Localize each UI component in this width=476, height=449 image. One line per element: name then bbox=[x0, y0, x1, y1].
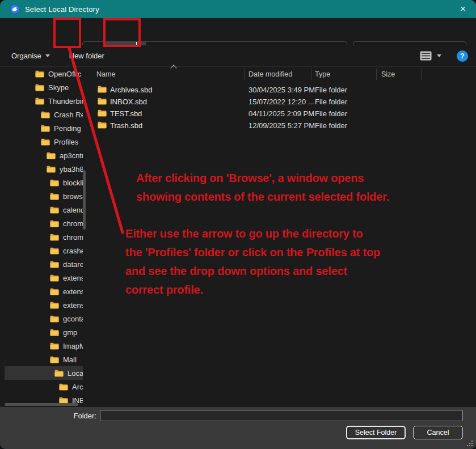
file-row-trash-sbd[interactable]: Trash.sbd12/09/2025 5:27 PMFile folder bbox=[91, 120, 476, 132]
tree-item-label: Arc bbox=[72, 383, 83, 391]
main-content: OpenOfficSkypeThunderbirCrash RepPending… bbox=[0, 67, 476, 407]
tree-item-label: Loca bbox=[68, 369, 83, 378]
tree-item-skype[interactable]: Skype bbox=[5, 81, 83, 94]
folder-icon bbox=[98, 98, 107, 107]
column-header-date-modified[interactable]: Date modified bbox=[248, 70, 292, 78]
resize-grip[interactable] bbox=[467, 440, 473, 446]
column-divider[interactable] bbox=[311, 69, 311, 80]
tree-item-datare[interactable]: datare bbox=[5, 257, 83, 271]
folder-icon bbox=[98, 86, 107, 95]
tree-item-label: chrom bbox=[63, 219, 83, 228]
column-divider[interactable] bbox=[421, 69, 422, 80]
tree-item-label: yba3h80 bbox=[60, 165, 83, 173]
folder-icon bbox=[35, 98, 44, 105]
organise-label: Organise bbox=[11, 52, 41, 60]
tree-item-ap3cntn[interactable]: ap3cntn bbox=[5, 149, 83, 162]
tree-item-extens[interactable]: extens bbox=[5, 285, 83, 298]
folder-icon bbox=[50, 329, 59, 336]
folder-icon bbox=[35, 84, 44, 91]
tree-item-label: ap3cntn bbox=[60, 151, 83, 160]
tree-item-label: browse bbox=[63, 192, 83, 201]
file-date-modified: 30/04/2025 3:49 PM bbox=[248, 86, 315, 94]
tree-item-label: extens bbox=[63, 274, 83, 282]
folder-tree: OpenOfficSkypeThunderbirCrash RepPending… bbox=[5, 67, 83, 404]
tree-item-label: chrom bbox=[63, 233, 83, 242]
folder-icon bbox=[50, 274, 59, 282]
tree-item-label: extens bbox=[63, 301, 83, 310]
tree-item-label: Skype bbox=[48, 83, 69, 92]
file-name: INBOX.sbd bbox=[110, 98, 147, 106]
tree-item-label: blockli bbox=[63, 179, 83, 187]
tree-item-label: OpenOffic bbox=[48, 70, 81, 78]
tree-item-browse[interactable]: browse bbox=[5, 189, 83, 203]
tree-item-yba3h80[interactable]: yba3h80 bbox=[5, 162, 83, 176]
select-folder-button[interactable]: Select Folder bbox=[346, 426, 406, 439]
file-row-inbox-sbd[interactable]: INBOX.sbd15/07/2022 12:20 ...File folder bbox=[91, 96, 476, 108]
new-folder-button[interactable]: New folder bbox=[69, 52, 104, 60]
cancel-button[interactable]: Cancel bbox=[413, 426, 463, 439]
folder-label: Folder: bbox=[51, 412, 96, 420]
organise-button[interactable]: Organise bbox=[11, 52, 50, 60]
footer-bar: Folder: Select Folder Cancel bbox=[0, 407, 476, 449]
tree-item-imapm[interactable]: ImapM bbox=[5, 339, 83, 353]
tree-horizontal-scrollbar[interactable] bbox=[5, 403, 78, 406]
file-name: Trash.sbd bbox=[110, 121, 142, 130]
tree-item-mail[interactable]: Mail bbox=[5, 353, 83, 366]
tree-item-crash-rep[interactable]: Crash Rep bbox=[5, 108, 83, 121]
close-icon[interactable]: × bbox=[450, 0, 476, 18]
tree-item-thunderbir[interactable]: Thunderbir bbox=[5, 94, 83, 108]
folder-name-input[interactable] bbox=[100, 410, 463, 421]
folder-icon bbox=[50, 342, 59, 350]
tree-item-chrom[interactable]: chrom bbox=[5, 217, 83, 230]
tree-item-chrom[interactable]: chrom bbox=[5, 230, 83, 244]
tree-item-inb[interactable]: INB bbox=[5, 393, 83, 404]
tree-item-label: crashe bbox=[63, 247, 83, 255]
tree-item-extens[interactable]: extens bbox=[5, 298, 83, 312]
column-header-name[interactable]: Name bbox=[96, 70, 115, 78]
view-mode-icon[interactable] bbox=[420, 51, 432, 61]
tree-item-label: Mail bbox=[63, 355, 77, 364]
tree-item-label: INB bbox=[72, 396, 83, 404]
tree-item-profiles[interactable]: Profiles bbox=[5, 135, 83, 149]
folder-icon bbox=[41, 125, 50, 132]
file-row-test-sbd[interactable]: TEST.sbd04/11/2025 2:09 PMFile folder bbox=[91, 108, 476, 120]
file-type: File folder bbox=[315, 121, 347, 130]
folder-icon bbox=[50, 261, 59, 268]
file-row-archives-sbd[interactable]: Archives.sbd30/04/2025 3:49 PMFile folde… bbox=[91, 84, 476, 96]
folder-icon bbox=[35, 70, 44, 78]
tree-item-arc[interactable]: Arc bbox=[5, 380, 83, 393]
tree-item-pending-p[interactable]: Pending P bbox=[5, 121, 83, 135]
tree-item-extens[interactable]: extens bbox=[5, 271, 83, 285]
folder-icon bbox=[50, 179, 59, 187]
help-icon[interactable]: ? bbox=[457, 50, 468, 62]
tree-item-label: gconta bbox=[63, 315, 83, 323]
folder-icon bbox=[50, 315, 59, 323]
file-type: File folder bbox=[315, 86, 347, 94]
tree-vertical-scrollbar[interactable] bbox=[83, 170, 86, 230]
column-divider[interactable] bbox=[245, 69, 245, 80]
tree-item-blockli[interactable]: blockli bbox=[5, 176, 83, 189]
column-divider[interactable] bbox=[376, 69, 377, 80]
command-bar: Organise New folder ? bbox=[0, 45, 476, 67]
view-mode-dropdown-icon[interactable] bbox=[437, 54, 441, 57]
tree-item-crashe[interactable]: crashe bbox=[5, 244, 83, 257]
folder-icon bbox=[47, 152, 56, 159]
file-date-modified: 12/09/2025 5:27 PM bbox=[248, 121, 315, 130]
folder-icon bbox=[50, 288, 59, 295]
navigation-bar: ← → ↑ « Profiles › yba3h802.default › Ma… bbox=[0, 18, 476, 45]
tree-item-openoffic[interactable]: OpenOffic bbox=[5, 67, 83, 81]
column-header-type[interactable]: Type bbox=[315, 70, 330, 78]
tree-item-gmp[interactable]: gmp bbox=[5, 325, 83, 339]
tree-item-label: Profiles bbox=[54, 138, 78, 146]
file-name: TEST.sbd bbox=[110, 109, 142, 118]
tree-item-loca[interactable]: Loca bbox=[5, 366, 83, 380]
tree-item-gconta[interactable]: gconta bbox=[5, 312, 83, 325]
tree-item-calend[interactable]: calend bbox=[5, 203, 83, 217]
title-bar: Select Local Directory × bbox=[0, 0, 476, 18]
tree-item-label: calend bbox=[63, 206, 83, 214]
tree-item-label: datare bbox=[63, 260, 83, 269]
column-header-size[interactable]: Size bbox=[381, 70, 395, 78]
tree-item-label: ImapM bbox=[63, 342, 83, 350]
thunderbird-app-icon bbox=[10, 4, 20, 14]
new-folder-label: New folder bbox=[69, 52, 104, 60]
